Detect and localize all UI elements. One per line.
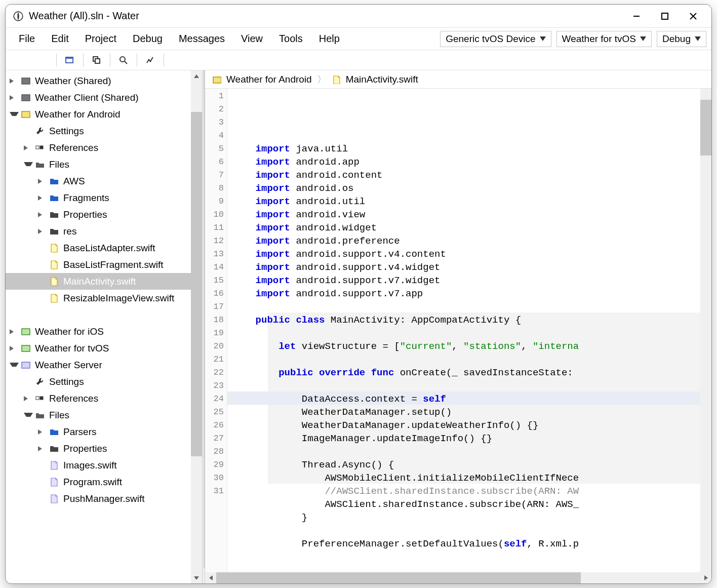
close-button[interactable] — [679, 5, 707, 28]
tree-item[interactable]: MainActivity.swift — [6, 273, 202, 290]
folder-closed-icon — [49, 444, 59, 454]
tree-item[interactable]: Images.swift — [6, 457, 202, 474]
disclosure-triangle-icon[interactable] — [38, 427, 47, 437]
file-lilac-icon — [49, 477, 59, 487]
scroll-up-icon[interactable] — [700, 89, 711, 100]
tree-item[interactable]: Settings — [6, 373, 202, 390]
scroll-down-icon[interactable] — [700, 561, 711, 572]
chevron-down-icon — [640, 36, 646, 41]
menu-help[interactable]: Help — [311, 30, 348, 48]
config-combo[interactable]: Debug — [657, 31, 706, 47]
ref-icon — [35, 143, 45, 153]
scroll-right-icon[interactable] — [700, 572, 711, 583]
folder-open-icon — [35, 160, 45, 170]
code-text[interactable]: import java.util import android.app impo… — [232, 142, 711, 551]
menu-edit[interactable]: Edit — [43, 30, 76, 48]
tree-item[interactable]: References — [6, 390, 202, 407]
tree-item-label: MainActivity.swift — [63, 276, 136, 287]
tree-item-label: References — [49, 142, 98, 153]
disclosure-triangle-icon[interactable] — [24, 160, 33, 169]
chart-button[interactable] — [139, 52, 162, 68]
scrollbar-thumb[interactable] — [191, 112, 202, 456]
tree-item[interactable]: Parsers — [6, 423, 202, 440]
proj-yellow-icon — [21, 109, 31, 120]
disclosure-triangle-icon[interactable] — [24, 143, 33, 152]
menu-project[interactable]: Project — [77, 30, 125, 48]
chevron-down-icon — [540, 36, 546, 41]
disclosure-triangle-icon[interactable] — [38, 227, 47, 236]
scroll-left-icon[interactable] — [205, 572, 216, 583]
tree-item[interactable]: Properties — [6, 440, 202, 457]
tree-item[interactable] — [6, 306, 202, 323]
disclosure-triangle-icon — [38, 244, 47, 253]
menu-file[interactable]: File — [11, 30, 43, 48]
tree-item-label: Weather for iOS — [35, 326, 104, 337]
proj-gray-icon — [21, 76, 31, 86]
tree-item[interactable]: References — [6, 139, 202, 156]
tree-item-label: Settings — [49, 126, 84, 137]
breadcrumb-project[interactable]: Weather for Android — [226, 74, 312, 85]
disclosure-triangle-icon[interactable] — [10, 327, 19, 336]
breadcrumb-file[interactable]: MainActivity.swift — [346, 74, 418, 85]
disclosure-triangle-icon[interactable] — [10, 110, 19, 119]
editor-horizontal-scrollbar[interactable] — [205, 572, 711, 583]
disclosure-triangle-icon[interactable] — [10, 76, 19, 86]
disclosure-triangle-icon[interactable] — [38, 444, 47, 453]
tree-item-label: Properties — [63, 209, 107, 220]
tree-item-label: ResizableImageView.swift — [63, 293, 174, 304]
search-button[interactable] — [112, 52, 135, 68]
scrollbar-thumb[interactable] — [216, 572, 581, 583]
proj-green-icon — [21, 327, 31, 337]
disclosure-triangle-icon — [24, 127, 33, 136]
menu-tools[interactable]: Tools — [271, 30, 311, 48]
disclosure-triangle-icon — [38, 294, 47, 303]
tree-item-label: Files — [49, 159, 69, 170]
menu-view[interactable]: View — [233, 30, 271, 48]
tree-item[interactable]: Program.swift — [6, 474, 202, 490]
tree-item[interactable]: Weather (Shared) — [6, 72, 202, 89]
copy-button[interactable] — [86, 52, 108, 68]
tree-item[interactable]: Weather Client (Shared) — [6, 89, 202, 106]
disclosure-triangle-icon — [38, 260, 47, 269]
tree-item[interactable]: PushManager.swift — [6, 490, 202, 507]
menu-debug[interactable]: Debug — [125, 30, 171, 48]
disclosure-triangle-icon[interactable] — [38, 177, 47, 186]
minimize-button[interactable] — [622, 5, 651, 28]
disclosure-triangle-icon[interactable] — [38, 193, 47, 203]
disclosure-triangle-icon[interactable] — [38, 210, 47, 219]
line-gutter: 1234567891011121314151617181920212223242… — [205, 89, 227, 572]
tree-item-label: Parsers — [63, 426, 96, 438]
tree-item[interactable]: Files — [6, 156, 202, 173]
tree-item[interactable]: BaseListAdapter.swift — [6, 240, 202, 256]
code-area[interactable]: 1234567891011121314151617181920212223242… — [205, 89, 711, 572]
menu-messages[interactable]: Messages — [171, 30, 233, 48]
scroll-up-icon[interactable] — [191, 70, 202, 82]
sidebar-scrollbar[interactable] — [191, 70, 202, 583]
disclosure-triangle-icon[interactable] — [10, 344, 19, 353]
tree-item[interactable]: res — [6, 223, 202, 240]
scheme-combo[interactable]: Weather for tvOS — [556, 31, 652, 47]
target-device-combo[interactable]: Generic tvOS Device — [440, 31, 551, 47]
tree-item[interactable]: AWS — [6, 173, 202, 189]
tree-item[interactable]: ResizableImageView.swift — [6, 290, 202, 306]
tree-item[interactable]: Weather Server — [6, 357, 202, 373]
tree-item[interactable]: Weather for Android — [6, 106, 202, 123]
disclosure-triangle-icon[interactable] — [10, 361, 19, 370]
disclosure-triangle-icon[interactable] — [24, 411, 33, 420]
tree-item[interactable]: Files — [6, 407, 202, 423]
tree-item[interactable]: Fragments — [6, 189, 202, 206]
tree-item[interactable]: Properties — [6, 206, 202, 223]
folder-blue-icon — [49, 193, 59, 203]
disclosure-triangle-icon[interactable] — [10, 93, 19, 102]
tree-item[interactable]: BaseListFragment.swift — [6, 256, 202, 273]
scroll-down-icon[interactable] — [191, 572, 202, 583]
tree-item[interactable]: Settings — [6, 123, 202, 139]
disclosure-triangle-icon[interactable] — [24, 394, 33, 403]
tree-item[interactable]: Weather for tvOS — [6, 340, 202, 357]
disclosure-triangle-icon — [38, 277, 47, 286]
maximize-button[interactable] — [651, 5, 679, 28]
config-label: Debug — [662, 33, 691, 45]
title-bar: Weather (All).sln - Water — [6, 5, 711, 28]
panel-toggle-button[interactable] — [59, 52, 81, 68]
tree-item[interactable]: Weather for iOS — [6, 323, 202, 340]
